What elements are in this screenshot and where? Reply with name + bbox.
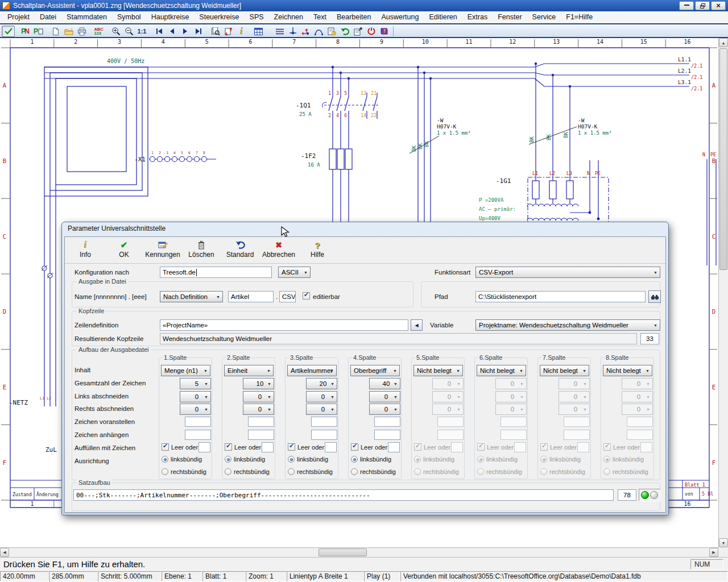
links-abschneiden-spinner[interactable]: 0▼ xyxy=(243,391,274,402)
leer-oder-checkbox[interactable]: ✔ xyxy=(351,443,358,451)
inhalt-combo[interactable]: Nicht belegt▼ xyxy=(603,365,652,376)
hscroll-thumb[interactable] xyxy=(318,548,367,556)
linksbuendig-radio[interactable] xyxy=(162,456,168,463)
scroll-up-arrow[interactable]: ▲ xyxy=(719,38,728,47)
links-abschneiden-spinner[interactable]: 0▼ xyxy=(306,391,337,402)
zeichen-voranstellen-input[interactable] xyxy=(185,417,211,427)
new-document-icon[interactable] xyxy=(49,26,62,37)
menu-item[interactable]: Auswertung xyxy=(376,11,424,23)
insert-variable-button[interactable]: ◀ xyxy=(411,319,423,331)
rechts-abschneiden-spinner[interactable]: 0▼ xyxy=(622,404,653,415)
rechtsbuendig-radio[interactable] xyxy=(477,468,484,475)
fuellzeichen-input[interactable] xyxy=(514,442,526,452)
info-icon[interactable]: i xyxy=(235,26,248,37)
menu-item[interactable]: Stammdaten xyxy=(61,11,112,23)
standard-button[interactable]: Standard xyxy=(221,237,259,263)
plot-schedule-icon[interactable] xyxy=(325,26,338,37)
line-width-icon[interactable] xyxy=(273,26,286,37)
linksbuendig-radio[interactable] xyxy=(540,456,547,463)
first-page-icon[interactable] xyxy=(152,26,166,37)
linksbuendig-radio[interactable] xyxy=(414,456,421,463)
zeilendefinition-input[interactable]: «ProjectName» xyxy=(160,319,408,331)
zeichen-voranstellen-input[interactable] xyxy=(311,417,337,427)
zoom-in-icon[interactable] xyxy=(109,26,122,37)
filename-input[interactable]: Artikel xyxy=(228,291,274,302)
prev-page-icon[interactable] xyxy=(166,26,179,37)
zeichen-anhaengen-input[interactable] xyxy=(374,430,400,440)
help-book-icon[interactable]: ? xyxy=(378,26,391,37)
links-abschneiden-spinner[interactable]: 0▼ xyxy=(432,391,464,402)
gesamtzahl-spinner[interactable]: 5▼ xyxy=(180,378,211,389)
menu-item[interactable]: Fenster xyxy=(493,11,527,23)
rechts-abschneiden-spinner[interactable]: 0▼ xyxy=(306,404,337,415)
inhalt-combo[interactable]: Nicht belegt▼ xyxy=(413,365,463,376)
leer-oder-checkbox[interactable]: ✔ xyxy=(603,443,611,451)
zeichen-anhaengen-input[interactable] xyxy=(564,430,590,440)
restore-button[interactable] xyxy=(695,1,710,10)
next-page-icon[interactable] xyxy=(179,26,192,37)
project-numbering-icon[interactable]: PN xyxy=(19,26,32,37)
zeichen-anhaengen-input[interactable] xyxy=(248,430,274,440)
gesamtzahl-spinner[interactable]: 10▼ xyxy=(243,378,274,389)
info-button[interactable]: iInfo xyxy=(66,237,105,263)
revision-arrows-icon[interactable] xyxy=(222,26,235,37)
power-icon[interactable] xyxy=(365,26,378,37)
wire-curve-icon[interactable] xyxy=(312,26,325,37)
menu-item[interactable]: Zeichnen xyxy=(269,11,308,23)
rechtsbuendig-radio[interactable] xyxy=(288,468,295,475)
zeichen-voranstellen-input[interactable] xyxy=(564,417,590,427)
ok-button[interactable]: ✔OK xyxy=(105,237,143,263)
scroll-down-arrow[interactable]: ▼ xyxy=(719,538,728,547)
zeichen-anhaengen-input[interactable] xyxy=(437,430,464,440)
open-folder-icon[interactable] xyxy=(62,26,75,37)
menu-item[interactable]: Symbol xyxy=(112,11,146,23)
funktionsart-combo[interactable]: CSV-Export▼ xyxy=(475,267,660,278)
leer-oder-checkbox[interactable]: ✔ xyxy=(477,443,485,451)
inhalt-combo[interactable]: Nicht belegt▼ xyxy=(540,365,589,376)
zeichen-anhaengen-input[interactable] xyxy=(185,430,211,440)
table-icon[interactable] xyxy=(252,26,265,37)
apply-check-icon[interactable] xyxy=(2,26,15,37)
linksbuendig-radio[interactable] xyxy=(477,456,484,463)
gesamtzahl-spinner[interactable]: 0▼ xyxy=(432,378,464,389)
zeichen-voranstellen-input[interactable] xyxy=(374,417,400,427)
gesamtzahl-spinner[interactable]: 0▼ xyxy=(559,378,590,389)
rechts-abschneiden-spinner[interactable]: 0▼ xyxy=(559,404,590,415)
leer-oder-checkbox[interactable]: ✔ xyxy=(540,443,548,451)
rechts-abschneiden-spinner[interactable]: 0▼ xyxy=(243,404,274,415)
inhalt-combo[interactable]: Oberbegriff▼ xyxy=(350,365,400,376)
linksbuendig-radio[interactable] xyxy=(603,456,610,463)
konfiguration-input[interactable]: Treesoft.de xyxy=(160,267,272,278)
zoom-1to1-icon[interactable]: 1:1 xyxy=(135,26,148,37)
rechtsbuendig-radio[interactable] xyxy=(540,468,547,475)
titlebar[interactable]: Schaltplan-Assistent - vpla0001.zng [Wen… xyxy=(0,0,728,11)
rechtsbuendig-radio[interactable] xyxy=(225,468,231,475)
fuellzeichen-input[interactable] xyxy=(451,442,463,452)
rechtsbuendig-radio[interactable] xyxy=(414,468,421,475)
rechts-abschneiden-spinner[interactable]: 0▼ xyxy=(369,404,400,415)
rechts-abschneiden-spinner[interactable]: 0▼ xyxy=(432,404,464,415)
properties-icon[interactable] xyxy=(351,26,365,37)
vertical-scrollbar[interactable]: ▲ ▼ xyxy=(718,38,728,547)
fuellzeichen-input[interactable] xyxy=(388,442,400,452)
zeichen-voranstellen-input[interactable] xyxy=(627,417,653,427)
fuellzeichen-input[interactable] xyxy=(577,442,589,452)
inhalt-combo[interactable]: Menge (n1)▼ xyxy=(161,365,210,376)
name-mode-combo[interactable]: Nach Definition▼ xyxy=(160,291,223,302)
pfad-input[interactable]: C:\Stücklistenexport xyxy=(475,291,646,302)
rechts-abschneiden-spinner[interactable]: 0▼ xyxy=(495,404,527,415)
zeichen-anhaengen-input[interactable] xyxy=(500,430,527,440)
zeichen-anhaengen-input[interactable] xyxy=(311,430,337,440)
last-page-icon[interactable] xyxy=(192,26,205,37)
fuellzeichen-input[interactable] xyxy=(262,442,274,452)
fuellzeichen-input[interactable] xyxy=(640,442,652,452)
menu-item[interactable]: Text xyxy=(308,11,332,23)
zeichen-anhaengen-input[interactable] xyxy=(627,430,653,440)
abbrechen-button[interactable]: ✖Abbrechen xyxy=(259,237,298,263)
dialog-titlebar[interactable]: Parameter Universalschnittstelle xyxy=(62,222,668,236)
menu-item[interactable]: Bearbeiten xyxy=(332,11,376,23)
print-icon[interactable] xyxy=(75,26,88,37)
vscroll-thumb[interactable] xyxy=(719,48,727,270)
rechtsbuendig-radio[interactable] xyxy=(162,468,168,475)
leer-oder-checkbox[interactable]: ✔ xyxy=(162,443,169,451)
